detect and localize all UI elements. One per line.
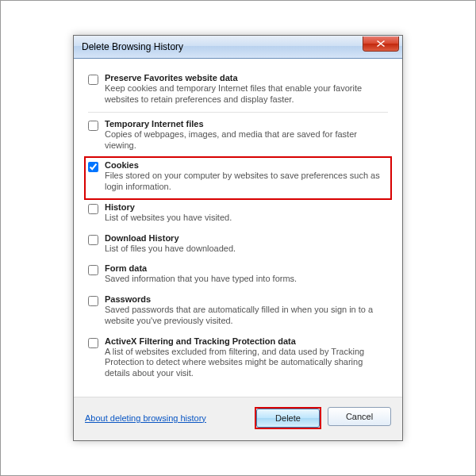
option-description: Keep cookies and temporary Internet file… xyxy=(105,83,388,106)
option-description: List of files you have downloaded. xyxy=(105,244,388,255)
close-button[interactable] xyxy=(363,36,399,52)
checkbox-preserve-favorites[interactable] xyxy=(88,75,98,85)
dialog-footer: About deleting browsing history Delete C… xyxy=(74,397,402,440)
option-temporary-internet-files: Temporary Internet files Copies of webpa… xyxy=(88,116,388,158)
option-title: History xyxy=(105,202,388,212)
option-description: List of websites you have visited. xyxy=(105,213,388,224)
option-activex-tracking: ActiveX Filtering and Tracking Protectio… xyxy=(88,333,388,386)
option-download-history: Download History List of files you have … xyxy=(88,230,388,261)
option-form-data: Form data Saved information that you hav… xyxy=(88,260,388,291)
option-title: Preserve Favorites website data xyxy=(105,73,388,83)
close-icon xyxy=(377,40,385,47)
option-title: Form data xyxy=(105,263,388,273)
option-history: History List of websites you have visite… xyxy=(88,199,388,230)
checkbox-temporary-internet-files[interactable] xyxy=(88,121,98,131)
checkbox-history[interactable] xyxy=(88,204,98,214)
option-cookies: Cookies Files stored on your computer by… xyxy=(85,157,391,199)
option-description: Saved passwords that are automatically f… xyxy=(105,305,388,327)
option-description: Copies of webpages, images, and media th… xyxy=(105,129,388,152)
option-description: A list of websites excluded from filteri… xyxy=(105,347,388,379)
option-passwords: Passwords Saved passwords that are autom… xyxy=(88,291,388,333)
option-title: Cookies xyxy=(105,160,388,170)
dialog-title: Delete Browsing History xyxy=(82,41,183,52)
checkbox-cookies[interactable] xyxy=(88,162,98,172)
option-description: Saved information that you have typed in… xyxy=(105,274,388,285)
about-link[interactable]: About deleting browsing history xyxy=(85,413,206,423)
option-title: Download History xyxy=(105,233,388,243)
option-preserve-favorites: Preserve Favorites website data Keep coo… xyxy=(88,70,388,113)
checkbox-passwords[interactable] xyxy=(88,296,98,306)
delete-button[interactable]: Delete xyxy=(256,409,320,428)
dialog-body: Preserve Favorites website data Keep coo… xyxy=(74,59,402,397)
option-title: ActiveX Filtering and Tracking Protectio… xyxy=(105,336,388,346)
option-title: Temporary Internet files xyxy=(105,119,388,129)
delete-button-highlight: Delete xyxy=(255,407,321,429)
option-title: Passwords xyxy=(105,294,388,304)
checkbox-form-data[interactable] xyxy=(88,265,98,275)
checkbox-activex-tracking[interactable] xyxy=(88,338,98,348)
titlebar: Delete Browsing History xyxy=(74,36,402,59)
checkbox-download-history[interactable] xyxy=(88,235,98,245)
option-description: Files stored on your computer by website… xyxy=(105,171,388,193)
delete-browsing-history-dialog: Delete Browsing History Preserve Favorit… xyxy=(73,35,403,441)
cancel-button[interactable]: Cancel xyxy=(328,407,391,426)
